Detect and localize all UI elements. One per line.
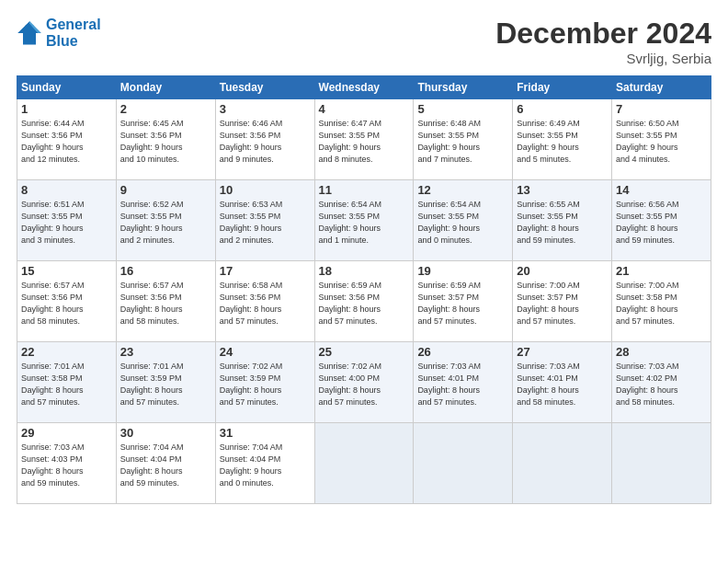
day-number: 5 <box>417 102 508 116</box>
day-number: 17 <box>220 264 311 278</box>
table-row: 31Sunrise: 7:04 AMSunset: 4:04 PMDayligh… <box>215 423 314 504</box>
col-wednesday: Wednesday <box>314 76 414 99</box>
table-row: 20Sunrise: 7:00 AMSunset: 3:57 PMDayligh… <box>513 261 612 342</box>
day-info: Sunrise: 7:04 AMSunset: 4:04 PMDaylight:… <box>220 442 311 489</box>
subtitle: Svrljig, Serbia <box>495 51 711 66</box>
page: General Blue December 2024 Svrljig, Serb… <box>0 0 728 563</box>
day-number: 9 <box>120 183 211 197</box>
table-row: 26Sunrise: 7:03 AMSunset: 4:01 PMDayligh… <box>414 342 513 423</box>
day-number: 22 <box>21 345 112 359</box>
day-number: 2 <box>120 102 211 116</box>
table-row: 6Sunrise: 6:49 AMSunset: 3:55 PMDaylight… <box>513 99 612 180</box>
table-row: 24Sunrise: 7:02 AMSunset: 3:59 PMDayligh… <box>215 342 314 423</box>
table-row: 13Sunrise: 6:55 AMSunset: 3:55 PMDayligh… <box>513 180 612 261</box>
day-number: 26 <box>417 345 508 359</box>
day-number: 13 <box>517 183 608 197</box>
table-row: 21Sunrise: 7:00 AMSunset: 3:58 PMDayligh… <box>612 261 711 342</box>
day-number: 15 <box>21 264 112 278</box>
day-number: 27 <box>517 345 608 359</box>
header: General Blue December 2024 Svrljig, Serb… <box>17 17 711 66</box>
day-info: Sunrise: 7:00 AMSunset: 3:57 PMDaylight:… <box>517 280 608 327</box>
day-info: Sunrise: 6:57 AMSunset: 3:56 PMDaylight:… <box>120 280 211 327</box>
day-info: Sunrise: 7:02 AMSunset: 4:00 PMDaylight:… <box>319 361 410 408</box>
day-info: Sunrise: 7:03 AMSunset: 4:03 PMDaylight:… <box>21 442 112 489</box>
day-info: Sunrise: 6:47 AMSunset: 3:55 PMDaylight:… <box>319 118 410 166</box>
calendar-table: Sunday Monday Tuesday Wednesday Thursday… <box>17 75 711 504</box>
table-row: 29Sunrise: 7:03 AMSunset: 4:03 PMDayligh… <box>17 423 117 504</box>
day-number: 19 <box>417 264 508 278</box>
col-sunday: Sunday <box>17 76 117 99</box>
table-row: 15Sunrise: 6:57 AMSunset: 3:56 PMDayligh… <box>17 261 117 342</box>
day-info: Sunrise: 7:04 AMSunset: 4:04 PMDaylight:… <box>120 442 211 489</box>
day-info: Sunrise: 7:02 AMSunset: 3:59 PMDaylight:… <box>220 361 311 408</box>
table-row: 1Sunrise: 6:44 AMSunset: 3:56 PMDaylight… <box>17 99 117 180</box>
calendar-week-row: 1Sunrise: 6:44 AMSunset: 3:56 PMDaylight… <box>17 99 711 180</box>
day-info: Sunrise: 6:51 AMSunset: 3:55 PMDaylight:… <box>21 199 112 247</box>
day-info: Sunrise: 6:57 AMSunset: 3:56 PMDaylight:… <box>21 280 112 327</box>
table-row: 16Sunrise: 6:57 AMSunset: 3:56 PMDayligh… <box>116 261 215 342</box>
day-number: 12 <box>417 183 508 197</box>
day-number: 31 <box>220 426 311 440</box>
col-saturday: Saturday <box>612 76 711 99</box>
day-number: 18 <box>319 264 410 278</box>
day-number: 16 <box>120 264 211 278</box>
day-number: 20 <box>517 264 608 278</box>
day-info: Sunrise: 6:53 AMSunset: 3:55 PMDaylight:… <box>220 199 311 247</box>
table-row: 5Sunrise: 6:48 AMSunset: 3:55 PMDaylight… <box>414 99 513 180</box>
day-info: Sunrise: 6:59 AMSunset: 3:56 PMDaylight:… <box>319 280 410 327</box>
col-monday: Monday <box>116 76 215 99</box>
day-info: Sunrise: 7:03 AMSunset: 4:01 PMDaylight:… <box>417 361 508 408</box>
day-number: 21 <box>616 264 707 278</box>
table-row: 28Sunrise: 7:03 AMSunset: 4:02 PMDayligh… <box>612 342 711 423</box>
day-number: 30 <box>120 426 211 440</box>
day-info: Sunrise: 6:54 AMSunset: 3:55 PMDaylight:… <box>319 199 410 247</box>
day-number: 29 <box>21 426 112 440</box>
day-info: Sunrise: 6:55 AMSunset: 3:55 PMDaylight:… <box>517 199 608 247</box>
table-row: 18Sunrise: 6:59 AMSunset: 3:56 PMDayligh… <box>314 261 414 342</box>
day-info: Sunrise: 7:01 AMSunset: 3:59 PMDaylight:… <box>120 361 211 408</box>
day-number: 23 <box>120 345 211 359</box>
logo-text: General Blue <box>46 17 101 49</box>
day-number: 14 <box>616 183 707 197</box>
table-row <box>612 423 711 504</box>
day-info: Sunrise: 6:49 AMSunset: 3:55 PMDaylight:… <box>517 118 608 166</box>
table-row: 17Sunrise: 6:58 AMSunset: 3:56 PMDayligh… <box>215 261 314 342</box>
day-info: Sunrise: 7:01 AMSunset: 3:58 PMDaylight:… <box>21 361 112 408</box>
table-row: 23Sunrise: 7:01 AMSunset: 3:59 PMDayligh… <box>116 342 215 423</box>
day-number: 25 <box>319 345 410 359</box>
day-info: Sunrise: 7:00 AMSunset: 3:58 PMDaylight:… <box>616 280 707 327</box>
day-info: Sunrise: 6:56 AMSunset: 3:55 PMDaylight:… <box>616 199 707 247</box>
calendar-week-row: 15Sunrise: 6:57 AMSunset: 3:56 PMDayligh… <box>17 261 711 342</box>
day-info: Sunrise: 6:44 AMSunset: 3:56 PMDaylight:… <box>21 118 112 166</box>
logo: General Blue <box>17 17 101 49</box>
col-friday: Friday <box>513 76 612 99</box>
table-row <box>414 423 513 504</box>
day-info: Sunrise: 6:52 AMSunset: 3:55 PMDaylight:… <box>120 199 211 247</box>
day-info: Sunrise: 6:58 AMSunset: 3:56 PMDaylight:… <box>220 280 311 327</box>
day-info: Sunrise: 6:54 AMSunset: 3:55 PMDaylight:… <box>417 199 508 247</box>
month-title: December 2024 <box>495 17 711 51</box>
day-number: 28 <box>616 345 707 359</box>
table-row <box>314 423 414 504</box>
table-row: 27Sunrise: 7:03 AMSunset: 4:01 PMDayligh… <box>513 342 612 423</box>
table-row: 8Sunrise: 6:51 AMSunset: 3:55 PMDaylight… <box>17 180 117 261</box>
logo-icon <box>17 20 42 46</box>
day-info: Sunrise: 6:45 AMSunset: 3:56 PMDaylight:… <box>120 118 211 166</box>
table-row: 4Sunrise: 6:47 AMSunset: 3:55 PMDaylight… <box>314 99 414 180</box>
table-row: 12Sunrise: 6:54 AMSunset: 3:55 PMDayligh… <box>414 180 513 261</box>
day-number: 24 <box>220 345 311 359</box>
day-number: 4 <box>319 102 410 116</box>
day-number: 6 <box>517 102 608 116</box>
day-number: 7 <box>616 102 707 116</box>
day-number: 3 <box>220 102 311 116</box>
day-info: Sunrise: 6:59 AMSunset: 3:57 PMDaylight:… <box>417 280 508 327</box>
day-info: Sunrise: 6:48 AMSunset: 3:55 PMDaylight:… <box>417 118 508 166</box>
table-row: 11Sunrise: 6:54 AMSunset: 3:55 PMDayligh… <box>314 180 414 261</box>
col-tuesday: Tuesday <box>215 76 314 99</box>
day-number: 11 <box>319 183 410 197</box>
day-info: Sunrise: 6:50 AMSunset: 3:55 PMDaylight:… <box>616 118 707 166</box>
day-number: 8 <box>21 183 112 197</box>
table-row: 10Sunrise: 6:53 AMSunset: 3:55 PMDayligh… <box>215 180 314 261</box>
calendar-week-row: 29Sunrise: 7:03 AMSunset: 4:03 PMDayligh… <box>17 423 711 504</box>
title-block: December 2024 Svrljig, Serbia <box>495 17 711 66</box>
